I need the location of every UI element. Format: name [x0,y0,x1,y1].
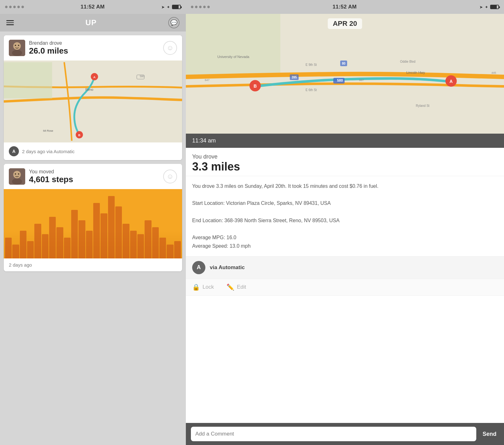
step-bar [93,203,100,258]
app-title: UP [85,18,96,27]
detail-via: A via Automatic [186,257,504,279]
svg-text:80: 80 [342,62,346,65]
drive-label: Brendan drove [29,40,68,46]
drive-footer-text: 2 days ago via Automatic [22,149,75,154]
chat-button[interactable]: 💬 [168,17,180,28]
svg-text:University of Nevada: University of Nevada [217,55,249,59]
step-bar [159,238,166,258]
svg-text:580: 580 [140,75,145,78]
steps-value: 4,601 steps [29,175,73,184]
comment-bar: Send [186,423,504,445]
step-bar [108,196,115,258]
r-signal-dot-5 [207,6,210,8]
left-time: 11:52 AM [81,4,105,10]
drive-action: drove [49,40,62,46]
step-bar [137,234,144,258]
svg-text:445: 445 [491,71,496,74]
step-bar [100,213,107,258]
svg-point-2 [12,50,22,56]
step-bar [71,210,78,258]
signal-dot-2 [9,6,12,8]
svg-text:395: 395 [292,76,297,79]
auto-badge: A [9,146,19,156]
steps-card-info: You moved 4,601 steps [9,168,73,185]
map-date-overlay: APR 20 [328,18,362,29]
steps-bars [4,189,182,258]
step-bar [130,231,137,258]
comment-input[interactable] [191,427,476,441]
step-bar [152,227,159,258]
lock-button[interactable]: 🔒 Lock [192,283,214,291]
edit-button[interactable]: ✏️ Edit [226,283,246,291]
step-bar [64,238,71,258]
left-nav-bar: UP 💬 [0,14,186,32]
send-button[interactable]: Send [480,431,499,437]
step-bar [174,241,181,258]
svg-point-18 [15,173,16,175]
drive-card-footer: A 2 days ago via Automatic [4,142,182,160]
feed-content: Brendan drove 26.0 miles ☺ [0,32,186,445]
left-status-bar: 11:52 AM ➤ ✦ [0,0,186,14]
svg-point-19 [18,173,19,175]
drive-value: 26.0 miles [29,46,68,56]
step-bar [5,238,12,258]
step-bar [49,217,56,258]
svg-text:667: 667 [359,78,364,82]
steps-card: You moved 4,601 steps ☺ [4,164,182,271]
steps-user: You [29,169,37,174]
r-bluetooth-icon: ✦ [485,5,488,9]
detail-actions: 🔒 Lock ✏️ Edit [186,279,504,296]
svg-text:E 6th St: E 6th St [306,88,317,92]
battery-icon [172,5,181,9]
step-bar [34,224,41,258]
right-signal-dots [191,6,210,8]
left-signal-dots [5,6,24,8]
r-signal-dot-1 [191,6,193,8]
steps-card-text: You moved 4,601 steps [29,169,73,184]
svg-text:A: A [450,79,453,84]
svg-text:B: B [254,84,257,89]
svg-text:Ryland St: Ryland St [416,104,430,107]
svg-text:Oddie Blvd: Oddie Blvd [400,60,415,63]
right-time: 11:52 AM [333,4,357,10]
drive-card-header: Brendan drove 26.0 miles ☺ [4,35,182,61]
step-bar [20,231,26,258]
drive-card: Brendan drove 26.0 miles ☺ [4,35,182,160]
signal-dot-5 [21,6,24,8]
svg-point-16 [13,171,21,178]
drive-smiley-button[interactable]: ☺ [163,41,177,55]
menu-button[interactable] [6,20,14,25]
svg-text:B: B [78,133,80,137]
detail-description: You drove 3.3 miles on Sunday, April 20t… [186,176,504,257]
drive-card-text: Brendan drove 26.0 miles [29,40,68,56]
step-bar [42,234,49,258]
step-bar [115,206,122,258]
lock-icon: 🔒 [192,283,200,291]
right-panel: 11:52 AM ➤ ✦ B A 580 580 [186,0,504,445]
svg-point-4 [18,45,19,46]
steps-card-header: You moved 4,601 steps ☺ [4,164,182,189]
edit-icon: ✏️ [226,283,234,291]
signal-dot-3 [13,6,16,8]
svg-rect-21 [186,14,280,77]
detail-drove-label: You drove [192,153,498,160]
via-text: via Automatic [210,264,245,271]
step-bar [56,227,63,258]
location-icon: ➤ [161,5,165,9]
r-signal-dot-3 [199,6,202,8]
step-bar [167,245,173,258]
steps-card-footer: 2 days ago [4,258,182,271]
drive-card-info: Brendan drove 26.0 miles [9,40,68,56]
svg-text:A: A [93,75,95,79]
user-avatar [9,168,25,185]
right-map: B A 580 580 Lincoln Hwy Oddie Blvd E 9th… [186,14,504,134]
steps-smiley-button[interactable]: ☺ [163,170,177,183]
step-bar [27,241,34,258]
edit-label: Edit [237,284,246,290]
step-bar [123,224,129,258]
step-bar [78,220,85,258]
signal-dot-4 [17,6,20,8]
step-bar [86,231,93,258]
brendan-avatar [9,40,25,56]
r-signal-dot-4 [203,6,206,8]
